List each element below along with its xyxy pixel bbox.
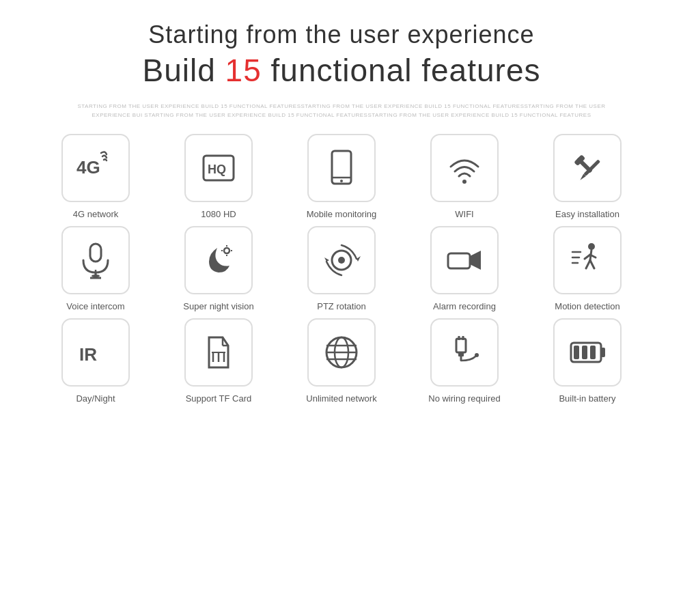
feature-night: Super night vision	[164, 226, 273, 311]
feature-hd: HQ 1080 HD	[164, 134, 273, 219]
svg-rect-56	[574, 346, 579, 359]
svg-point-6	[462, 180, 466, 184]
icon-box-battery	[553, 318, 622, 387]
features-row-3: IR Day/Night	[14, 318, 669, 404]
svg-rect-11	[90, 244, 101, 262]
icon-box-sdcard	[184, 318, 253, 387]
icon-box-ir: IR	[61, 318, 130, 387]
4g-icon: 4G	[75, 148, 116, 188]
svg-point-53	[475, 353, 479, 357]
icon-box-mobile	[307, 134, 376, 202]
ptz-icon	[321, 240, 362, 281]
label-ptz: PTZ rotation	[317, 301, 366, 311]
feature-globe: Unlimited network	[287, 318, 396, 404]
svg-rect-51	[458, 352, 464, 356]
icon-box-hd: HQ	[184, 134, 253, 202]
label-night: Super night vision	[183, 301, 253, 311]
label-tools: Easy installation	[555, 209, 619, 219]
feature-wifi: WIFI	[410, 134, 519, 219]
title-prefix: Build	[143, 53, 225, 88]
feature-ptz: PTZ rotation	[287, 226, 396, 311]
feature-mobile: Mobile monitoring	[287, 134, 396, 219]
title-section: Starting from the user experience Build …	[143, 20, 541, 89]
feature-tools: Easy installation	[533, 134, 642, 219]
label-ir: Day/Night	[76, 393, 115, 404]
battery-icon	[567, 332, 608, 373]
plug-icon	[444, 332, 485, 373]
label-hd: 1080 HD	[201, 209, 236, 219]
title-suffix: functional features	[262, 53, 541, 88]
svg-marker-23	[324, 257, 329, 262]
hd-icon: HQ	[198, 148, 239, 188]
wifi-icon	[444, 148, 485, 188]
svg-point-27	[588, 243, 595, 250]
svg-marker-24	[357, 256, 361, 262]
icon-box-globe	[307, 318, 376, 387]
feature-sdcard: Support TF Card	[164, 318, 273, 404]
tools-icon	[567, 148, 608, 188]
label-alarm-rec: Alarm recording	[433, 301, 496, 311]
icon-box-motion	[553, 226, 622, 294]
svg-line-29	[586, 260, 590, 268]
svg-rect-57	[582, 346, 587, 359]
svg-text:4G: 4G	[76, 157, 100, 178]
svg-rect-55	[601, 348, 605, 357]
svg-text:HQ: HQ	[208, 163, 226, 176]
feature-battery: Built-in battery	[533, 318, 642, 404]
globe-icon	[321, 332, 362, 373]
mobile-icon	[321, 148, 362, 188]
icon-box-mic	[61, 226, 130, 294]
label-sdcard: Support TF Card	[186, 393, 252, 404]
subtitle: STARTING FROM THE USER EXPERIENCE BUILD …	[68, 102, 615, 120]
svg-point-22	[338, 257, 345, 264]
features-row-2: Voice intercom Super night vision	[14, 226, 669, 311]
sdcard-icon	[198, 332, 239, 373]
icon-box-ptz	[307, 226, 376, 294]
svg-point-5	[340, 180, 343, 182]
label-wifi: WIFI	[455, 209, 473, 219]
mic-icon	[75, 240, 116, 281]
features-row-1: 4G 4G network HQ 1080 HD	[14, 134, 669, 219]
icon-box-4g: 4G	[61, 134, 130, 202]
feature-mic: Voice intercom	[41, 226, 150, 311]
features-grid: 4G 4G network HQ 1080 HD	[14, 134, 669, 404]
ir-icon: IR	[75, 332, 116, 373]
svg-marker-26	[470, 251, 481, 270]
motion-icon	[567, 240, 608, 281]
icon-box-tools	[553, 134, 622, 202]
feature-ir: IR Day/Night	[41, 318, 150, 404]
label-plug: No wiring required	[428, 393, 501, 404]
icon-box-night	[184, 226, 253, 294]
label-motion: Motion detection	[555, 301, 619, 311]
icon-box-wifi	[430, 134, 499, 202]
feature-plug: No wiring required	[410, 318, 519, 404]
svg-text:IR: IR	[79, 344, 97, 365]
feature-alarm-rec: Alarm recording	[410, 226, 519, 311]
svg-point-15	[92, 275, 100, 277]
icon-box-plug	[430, 318, 499, 387]
page-wrapper: Starting from the user experience Build …	[0, 0, 683, 616]
feature-4g: 4G 4G network	[41, 134, 150, 219]
svg-line-30	[590, 260, 594, 268]
svg-rect-25	[448, 253, 470, 268]
feature-motion: Motion detection	[533, 226, 642, 311]
svg-point-16	[224, 248, 229, 253]
label-globe: Unlimited network	[306, 393, 376, 404]
title-number: 15	[225, 53, 262, 88]
title-line1: Starting from the user experience	[143, 20, 541, 49]
svg-rect-58	[590, 346, 596, 359]
svg-rect-3	[332, 151, 351, 184]
title-line2: Build 15 functional features	[143, 52, 541, 89]
svg-rect-48	[456, 339, 466, 352]
label-4g: 4G network	[73, 209, 118, 219]
icon-box-alarm-rec	[430, 226, 499, 294]
label-mic: Voice intercom	[66, 301, 124, 311]
label-mobile: Mobile monitoring	[307, 209, 377, 219]
label-battery: Built-in battery	[559, 393, 615, 404]
alarm-recording-icon	[444, 240, 485, 281]
night-icon	[198, 240, 239, 281]
